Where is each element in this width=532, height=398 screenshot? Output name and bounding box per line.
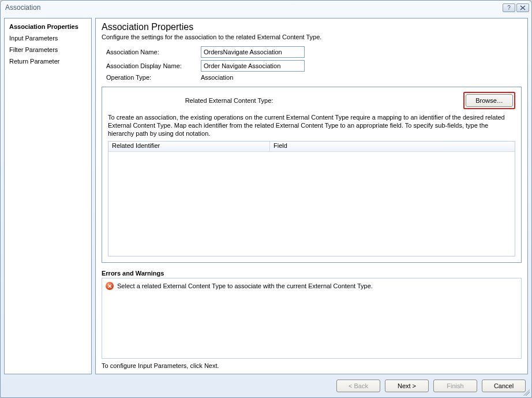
sidebar-item-return-parameter[interactable]: Return Parameter — [5, 55, 91, 67]
button-bar: < Back Next > Finish Cancel — [1, 374, 531, 397]
grid-col-related[interactable]: Related Identifier — [108, 142, 270, 151]
titlebar: Association ? — [1, 1, 531, 14]
form-row-assoc-display: Association Display Name: — [102, 59, 522, 73]
sidebar-item-input-parameters[interactable]: Input Parameters — [5, 32, 91, 44]
bottom-hint: To configure Input Parameters, click Nex… — [102, 359, 522, 370]
browse-highlight: Browse… — [463, 92, 515, 109]
identifier-grid: Related Identifier Field — [108, 141, 515, 256]
op-type-value: Association — [201, 74, 233, 81]
form-row-op-type: Operation Type: Association — [102, 73, 522, 82]
form-row-assoc-name: Association Name: — [102, 45, 522, 59]
related-top-row: Related External Content Type: Browse… — [108, 92, 515, 109]
assoc-display-label: Association Display Name: — [106, 62, 201, 69]
finish-button[interactable]: Finish — [433, 380, 477, 392]
page-subtitle: Configure the settings for the associati… — [102, 34, 522, 40]
close-button[interactable] — [516, 3, 529, 12]
assoc-name-input[interactable] — [201, 46, 305, 58]
errors-heading: Errors and Warnings — [102, 270, 522, 277]
dialog-window: Association ? Association Properties Inp… — [0, 0, 532, 398]
errors-box: ✕ Select a related External Content Type… — [102, 278, 522, 359]
resize-grip-icon[interactable] — [523, 389, 530, 396]
back-button[interactable]: < Back — [336, 380, 380, 392]
next-button[interactable]: Next > — [385, 380, 429, 392]
browse-button[interactable]: Browse… — [466, 94, 513, 107]
close-icon — [520, 5, 526, 10]
related-panel: Related External Content Type: Browse… T… — [102, 87, 522, 263]
assoc-display-input[interactable] — [201, 60, 305, 72]
sidebar-item-filter-parameters[interactable]: Filter Parameters — [5, 44, 91, 55]
op-type-label: Operation Type: — [106, 74, 201, 81]
window-title: Association — [5, 3, 40, 12]
help-button[interactable]: ? — [503, 3, 515, 12]
sidebar-item-association-properties[interactable]: Association Properties — [5, 21, 91, 32]
grid-header: Related Identifier Field — [108, 142, 515, 152]
content-panel: Association Properties Configure the set… — [95, 18, 528, 374]
error-text: Select a related External Content Type t… — [117, 282, 373, 289]
error-icon: ✕ — [106, 282, 114, 290]
error-row: ✕ Select a related External Content Type… — [106, 281, 518, 291]
grid-col-field[interactable]: Field — [270, 142, 515, 151]
related-description: To create an association, the existing o… — [108, 114, 515, 137]
grid-body — [108, 152, 515, 256]
page-title: Association Properties — [102, 22, 522, 32]
cancel-button[interactable]: Cancel — [482, 380, 526, 392]
assoc-name-label: Association Name: — [106, 49, 201, 55]
help-icon: ? — [507, 5, 511, 11]
main-area: Association Properties Input Parameters … — [1, 14, 531, 374]
sidebar: Association Properties Input Parameters … — [4, 18, 92, 374]
related-label: Related External Content Type: — [108, 97, 350, 104]
